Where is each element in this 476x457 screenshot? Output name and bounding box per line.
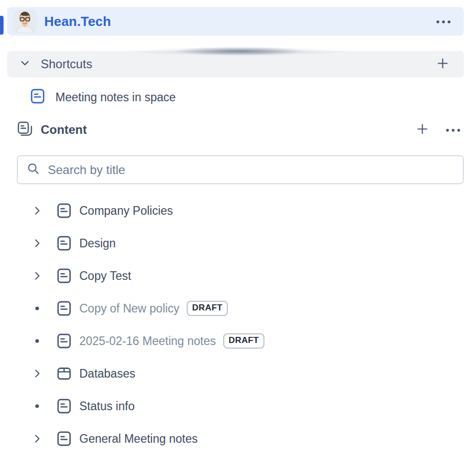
bullet-icon [29, 338, 45, 344]
shortcut-item-label: Meeting notes in space [55, 91, 176, 104]
tree-item-label: Databases [79, 367, 135, 381]
add-shortcut-button[interactable] [434, 54, 452, 74]
page-icon [57, 333, 71, 349]
ellipsis-icon [445, 125, 461, 134]
content-more-options-button[interactable] [443, 123, 463, 136]
chevron-down-icon[interactable] [18, 56, 32, 72]
chevron-right-icon[interactable] [29, 433, 45, 445]
bullet-icon [29, 306, 45, 311]
add-content-button[interactable] [413, 120, 431, 140]
search-icon [26, 162, 40, 178]
plus-icon [436, 56, 450, 72]
space-title: Hean.Tech [44, 14, 111, 30]
page-icon [57, 203, 71, 218]
chevron-right-icon[interactable] [29, 270, 45, 282]
search-input[interactable] [47, 162, 455, 178]
tree-row[interactable]: Company Policies [0, 200, 476, 221]
ellipsis-icon [435, 17, 452, 26]
tree-item-label: General Meeting notes [79, 432, 198, 446]
space-header[interactable]: Hean.Tech [7, 7, 464, 36]
content-tree: Company PoliciesDesignCopy TestCopy of N… [0, 200, 476, 457]
tree-row[interactable]: Databases [0, 363, 476, 384]
bullet-icon [29, 404, 45, 409]
page-icon [57, 398, 71, 414]
shortcuts-title: Shortcuts [41, 57, 92, 71]
shortcut-item-meeting-notes[interactable]: Meeting notes in space [0, 85, 476, 109]
folder-icon [57, 366, 71, 381]
tree-item-label: Copy Test [79, 269, 131, 283]
search-box[interactable] [17, 155, 464, 184]
page-icon [57, 268, 71, 283]
tree-item-label: Design [79, 237, 116, 250]
tree-item-label: Status info [79, 399, 135, 413]
tree-row[interactable]: General Meeting notes [0, 428, 476, 449]
tree-item-label: Company Policies [79, 204, 173, 218]
draft-badge: DRAFT [187, 301, 228, 316]
page-icon [57, 236, 71, 251]
content-stack-icon [17, 121, 33, 138]
content-section-header: Content [0, 119, 476, 141]
tree-row[interactable]: Copy of New policyDRAFT [0, 298, 476, 319]
draft-badge: DRAFT [223, 333, 265, 348]
plus-icon [415, 122, 429, 138]
active-space-indicator [0, 16, 4, 35]
tree-row[interactable]: Status info [0, 395, 476, 417]
space-more-options-button[interactable] [434, 14, 453, 29]
tree-row[interactable]: Copy Test [0, 265, 476, 287]
space-avatar [13, 10, 37, 33]
page-icon-blue [31, 89, 45, 106]
tree-row[interactable]: 2025-02-16 Meeting notesDRAFT [0, 330, 476, 352]
content-title: Content [41, 123, 87, 137]
tree-item-label: Copy of New policy [79, 302, 180, 316]
page-icon [57, 301, 71, 316]
chevron-right-icon[interactable] [29, 367, 45, 380]
tree-row[interactable]: Design [0, 233, 476, 254]
tree-item-label: 2025-02-16 Meeting notes [79, 334, 216, 348]
chevron-right-icon[interactable] [29, 205, 45, 217]
chevron-right-icon[interactable] [29, 237, 45, 249]
page-icon [57, 431, 71, 446]
shortcuts-section-header[interactable]: Shortcuts [7, 51, 464, 77]
